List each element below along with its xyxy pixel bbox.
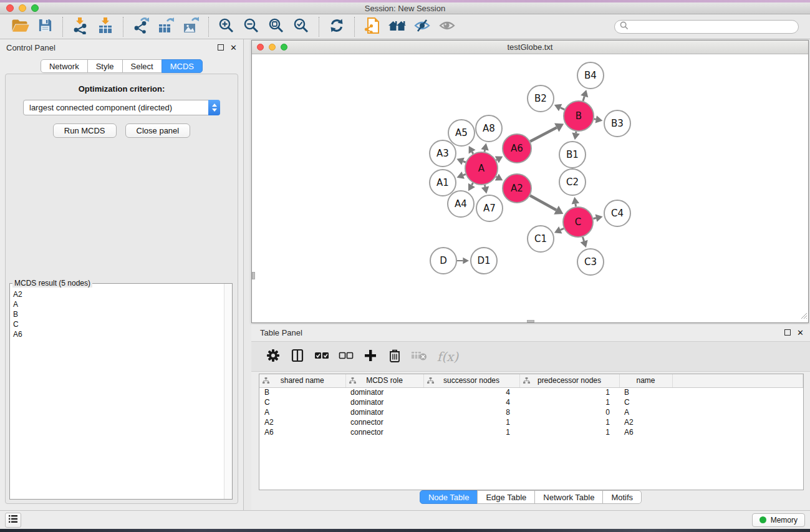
tab-motifs[interactable]: Motifs bbox=[602, 490, 642, 504]
graph-edge-B-B4[interactable] bbox=[583, 96, 584, 101]
graph-edge-A-A7[interactable] bbox=[485, 185, 485, 186]
zoom-fit-button[interactable] bbox=[264, 16, 289, 38]
export-network-button[interactable] bbox=[128, 16, 153, 38]
column-header-shared-name[interactable]: shared name bbox=[259, 374, 345, 387]
tab-network[interactable]: Network bbox=[41, 59, 88, 73]
float-panel-icon[interactable] bbox=[218, 44, 224, 51]
mcds-result-item[interactable]: A6 bbox=[13, 329, 223, 339]
zoom-out-button[interactable] bbox=[239, 16, 264, 38]
canvas-vertical-scroll-thumb[interactable] bbox=[252, 272, 255, 279]
eye-slash-icon bbox=[413, 18, 431, 36]
import-table-icon bbox=[97, 17, 114, 37]
main-toolbar bbox=[0, 14, 810, 39]
mcds-result-item[interactable]: B bbox=[13, 309, 223, 319]
graph-edge-A-A8[interactable] bbox=[485, 150, 485, 152]
show-graphics-details-button[interactable] bbox=[435, 16, 460, 38]
run-mcds-button[interactable]: Run MCDS bbox=[53, 123, 117, 138]
graph-edge-A-A4[interactable] bbox=[471, 183, 473, 185]
column-header-name[interactable]: name bbox=[619, 374, 672, 387]
close-panel-icon[interactable]: ✕ bbox=[230, 44, 237, 52]
open-folder-icon bbox=[11, 17, 29, 36]
graph-edge-A-A5[interactable] bbox=[472, 152, 473, 153]
column-header-MCDS-role[interactable]: MCDS role bbox=[345, 374, 423, 387]
export-table-button[interactable] bbox=[153, 16, 178, 38]
graph-edge-A2-C[interactable] bbox=[530, 196, 556, 210]
show-tasks-button[interactable] bbox=[5, 513, 21, 528]
table-settings-button[interactable] bbox=[264, 347, 282, 366]
delete-table-button[interactable] bbox=[410, 347, 428, 366]
graph-edge-A-A2[interactable] bbox=[496, 177, 497, 177]
open-file-button[interactable] bbox=[7, 16, 32, 38]
network-window-titlebar[interactable]: testGlobe.txt bbox=[252, 41, 808, 54]
mcds-list-scrollbar[interactable] bbox=[224, 284, 232, 499]
tab-mcds[interactable]: MCDS bbox=[162, 59, 203, 73]
graph-edge-B-B2[interactable] bbox=[561, 108, 565, 110]
search-field[interactable] bbox=[614, 20, 799, 34]
tab-style[interactable]: Style bbox=[87, 59, 123, 73]
canvas-horizontal-scroll-thumb[interactable] bbox=[527, 320, 534, 322]
table-row[interactable]: Bdominator41B bbox=[259, 387, 803, 397]
graph-edge-A-A1[interactable] bbox=[463, 174, 466, 175]
criterion-dropdown[interactable]: largest connected component (directed) bbox=[23, 100, 220, 115]
graph-edge-C-C1[interactable] bbox=[561, 228, 564, 230]
column-header-predecessor-nodes[interactable]: predecessor nodes bbox=[519, 374, 619, 387]
window-resize-grip[interactable] bbox=[799, 311, 808, 322]
import-table-button[interactable] bbox=[93, 16, 118, 38]
graph-edge-A6-B[interactable] bbox=[530, 128, 556, 142]
show-column-button[interactable] bbox=[288, 347, 307, 366]
tab-node-table[interactable]: Node Table bbox=[420, 490, 478, 504]
update-view-button[interactable] bbox=[324, 16, 349, 38]
network-from-file-button[interactable] bbox=[360, 16, 385, 38]
graph-edge-A-A3[interactable] bbox=[463, 162, 466, 163]
graph-edge-A-A6[interactable] bbox=[496, 160, 497, 160]
tab-edge-table[interactable]: Edge Table bbox=[477, 490, 535, 504]
graph-edge-C-C3[interactable] bbox=[582, 237, 584, 241]
plus-icon bbox=[364, 349, 377, 364]
function-builder-button[interactable]: f(x) bbox=[434, 347, 461, 366]
save-session-button[interactable] bbox=[32, 16, 57, 38]
zoom-in-button[interactable] bbox=[214, 16, 239, 38]
app-title: Session: New Session bbox=[0, 4, 810, 13]
table-panel-header: Table Panel ✕ bbox=[251, 324, 810, 341]
zoom-selected-button[interactable] bbox=[289, 16, 314, 38]
graph-edge-arrowhead bbox=[481, 186, 489, 194]
hide-graphics-details-button[interactable] bbox=[410, 16, 435, 38]
table-row[interactable]: A6connector11A6 bbox=[259, 427, 803, 437]
tab-network-table[interactable]: Network Table bbox=[534, 490, 603, 504]
status-bar: Memory bbox=[0, 510, 810, 529]
float-table-panel-icon[interactable] bbox=[784, 329, 791, 336]
close-table-panel-icon[interactable]: ✕ bbox=[797, 329, 804, 337]
export-image-button[interactable] bbox=[178, 16, 203, 38]
deselect-all-button[interactable] bbox=[337, 347, 355, 366]
tab-select[interactable]: Select bbox=[122, 59, 162, 73]
graph-node-label: A8 bbox=[483, 123, 495, 134]
checked-boxes-icon bbox=[314, 351, 329, 362]
select-all-button[interactable] bbox=[312, 347, 331, 366]
graph-edge-C-C4[interactable] bbox=[593, 218, 596, 219]
close-panel-button[interactable]: Close panel bbox=[125, 123, 191, 138]
graph-node-label: A1 bbox=[436, 177, 449, 188]
mcds-result-item[interactable]: A2 bbox=[13, 289, 223, 299]
create-column-button[interactable] bbox=[361, 347, 380, 366]
graph-node-label: A4 bbox=[455, 198, 467, 210]
mcds-result-item[interactable]: C bbox=[13, 319, 223, 329]
graph-edge-C-C2[interactable] bbox=[576, 204, 576, 207]
graph-node-label: D1 bbox=[477, 255, 490, 266]
home-view-button[interactable] bbox=[385, 16, 410, 38]
delete-column-button[interactable] bbox=[385, 347, 404, 366]
mcds-result-item[interactable]: A bbox=[13, 299, 223, 309]
memory-button[interactable]: Memory bbox=[752, 513, 805, 527]
table-row[interactable]: A2connector11A2 bbox=[259, 417, 803, 427]
network-canvas[interactable]: AA1A2A3A4A5A6A7A8BB1B2B3B4CC1C2C3C4DD1 bbox=[252, 54, 808, 322]
import-network-button[interactable] bbox=[68, 16, 93, 38]
graph-node-label: B1 bbox=[566, 149, 579, 160]
floppy-disk-icon bbox=[37, 17, 53, 36]
column-header-successor-nodes[interactable]: successor nodes bbox=[423, 374, 519, 387]
table-row[interactable]: Adominator80A bbox=[259, 407, 803, 417]
graph-edge-B-B3[interactable] bbox=[594, 119, 596, 120]
table-row[interactable]: Cdominator41C bbox=[259, 397, 803, 407]
search-input[interactable] bbox=[632, 22, 793, 31]
zoom-out-icon bbox=[243, 17, 259, 36]
toolbar-separator bbox=[319, 17, 319, 37]
toolbar-separator bbox=[123, 17, 123, 37]
